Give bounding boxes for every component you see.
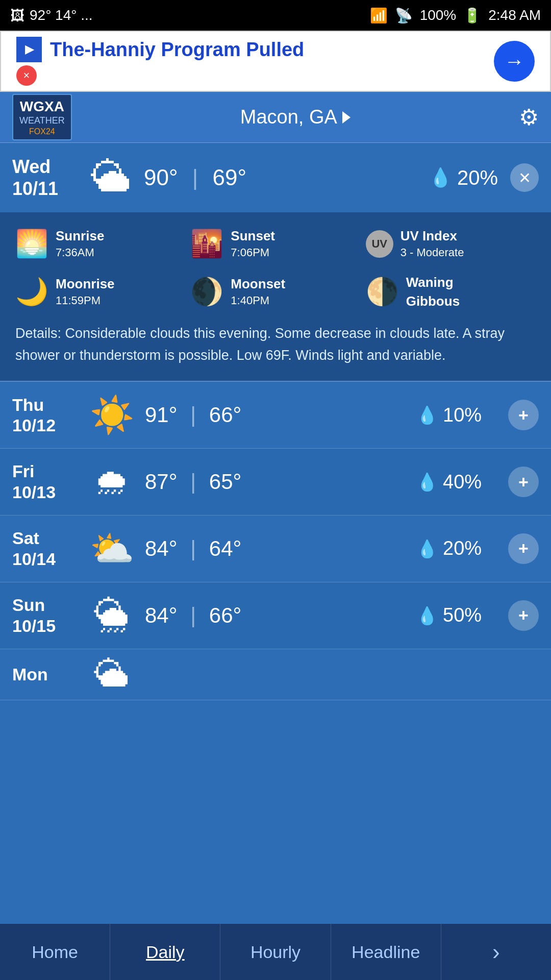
forecast-high: 84° [145,603,178,627]
nav-item-hourly[interactable]: Hourly [220,924,331,980]
sun-moon-grid: 🌅 Sunrise 7:36AM 🌇 Sunset 7:06PM UV UV I… [15,227,536,310]
uv-icon: UV [366,230,393,258]
forecast-precip-percent: 40% [443,471,482,493]
forecast-low: 64° [209,536,242,560]
moon-phase-cell: 🌗 WaningGibbous [366,273,536,310]
sunset-label: Sunset [231,227,275,245]
time-label: 2:48 AM [488,7,541,23]
moonset-info: Moonset 1:40PM [231,275,285,309]
forecast-list: Thu 10/12 ☀️ 91° | 66° 💧 10% + Fri 10/13… [0,382,551,700]
nav-item-daily[interactable]: Daily [110,924,220,980]
current-day-temps: 90° | 69° [144,165,417,190]
forecast-low: 66° [209,603,242,627]
logo-wgxa-text: WGXA [19,98,65,115]
current-low-temp: 69° [212,165,246,190]
forecast-temps: 84° | 64° [145,536,406,561]
moon-phase-label: WaningGibbous [406,273,460,310]
weather-description: Details: Considerable clouds this evenin… [15,323,536,366]
battery-icon: 🔋 [463,7,481,24]
sunrise-label: Sunrise [56,227,104,245]
current-high-temp: 90° [144,165,178,190]
forecast-weather-icon: ☀️ [89,394,135,436]
ad-arrow-button[interactable]: → [494,41,535,82]
forecast-row-partial: Mon 🌥 [0,649,551,700]
forecast-row: Thu 10/12 ☀️ 91° | 66° 💧 10% + [0,382,551,449]
forecast-expand-button[interactable]: + [508,600,539,631]
forecast-row: Sat 10/14 ⛅ 84° | 64° 💧 20% + [0,516,551,582]
forecast-date: Fri 10/13 [12,461,79,503]
bottom-nav: HomeDailyHourlyHeadline› [0,924,551,980]
sunset-cell: 🌇 Sunset 7:06PM [190,227,360,261]
forecast-date: Mon [12,664,79,685]
forecast-high: 87° [145,470,178,494]
ad-logo-icon: ▶ [16,37,42,62]
moonset-value: 1:40PM [231,293,285,309]
nav-more-button[interactable]: › [441,924,551,980]
detail-panel: 🌅 Sunrise 7:36AM 🌇 Sunset 7:06PM UV UV I… [0,212,551,381]
moon-phase-info: WaningGibbous [406,273,460,310]
forecast-high: 84° [145,536,178,560]
forecast-weather-icon: 🌧 [89,461,135,502]
current-day-close-button[interactable]: ✕ [510,163,539,192]
current-precip-percent: 20% [457,166,498,189]
current-day-precip: 💧 20% [429,166,498,189]
status-temp: 92° 14° ... [30,7,93,23]
forecast-precip: 💧 10% [416,404,498,426]
app-header: WGXA WEATHER FOX24 Macon, GA ⚙ [0,92,551,143]
sunrise-cell: 🌅 Sunrise 7:36AM [15,227,185,261]
logo-fox-text: FOX24 [19,127,65,136]
current-day-icon: 🌥 [91,154,132,201]
precip-drop-icon: 💧 [416,605,438,626]
precip-drop-icon: 💧 [416,538,438,559]
temp-separator: | [192,165,198,190]
forecast-precip: 💧 40% [416,471,498,493]
current-day-date: Wed 10/11 [12,156,79,200]
nav-item-headline[interactable]: Headline [331,924,441,980]
nav-item-home[interactable]: Home [0,924,110,980]
wifi-icon: 📶 [370,7,388,24]
forecast-weather-icon: 🌦 [89,595,135,636]
status-image-icon: 🖼 [10,7,24,24]
uv-info: UV Index 3 - Moderate [400,227,464,261]
uv-label: UV Index [400,227,464,245]
forecast-precip: 💧 20% [416,537,498,559]
forecast-expand-button[interactable]: + [508,533,539,564]
moonset-icon: 🌒 [190,276,223,307]
sunset-value: 7:06PM [231,245,275,261]
location-selector[interactable]: Macon, GA [240,106,350,128]
forecast-low: 65° [209,470,242,494]
ad-close-button[interactable]: × [16,65,37,86]
settings-button[interactable]: ⚙ [519,104,539,130]
status-right: 📶 📡 100% 🔋 2:48 AM [370,7,541,24]
sunrise-value: 7:36AM [56,245,104,261]
sunset-info: Sunset 7:06PM [231,227,275,261]
ad-banner: ▶ The-Hanniy Program Pulled × → [0,31,551,92]
forecast-icon: 🌥 [89,654,135,695]
forecast-precip-percent: 10% [443,404,482,426]
precip-drop-icon: 💧 [416,472,438,492]
uv-value: 3 - Moderate [400,245,464,261]
current-day-panel: Wed 10/11 🌥 90° | 69° 💧 20% ✕ 🌅 Sunrise … [0,143,551,382]
forecast-expand-button[interactable]: + [508,467,539,497]
sunset-icon: 🌇 [190,228,223,259]
forecast-expand-button[interactable]: + [508,400,539,430]
forecast-date: Sat 10/14 [12,528,79,570]
location-dropdown-icon [342,111,350,124]
forecast-precip-percent: 50% [443,604,482,626]
moonrise-cell: 🌙 Moonrise 11:59PM [15,273,185,310]
moonrise-label: Moonrise [56,275,115,293]
app-logo: WGXA WEATHER FOX24 [12,94,72,140]
status-bar: 🖼 92° 14° ... 📶 📡 100% 🔋 2:48 AM [0,0,551,31]
forecast-date: Sun 10/15 [12,595,79,636]
signal-icon: 📡 [395,7,413,24]
ad-left-section: ▶ The-Hanniy Program Pulled × [16,37,304,86]
ad-title[interactable]: The-Hanniy Program Pulled [50,39,304,61]
forecast-temps: 84° | 66° [145,603,406,628]
precip-drop-icon: 💧 [416,405,438,425]
current-day-header: Wed 10/11 🌥 90° | 69° 💧 20% ✕ [0,143,551,212]
forecast-precip: 💧 50% [416,604,498,626]
moonrise-icon: 🌙 [15,276,48,307]
ad-top-row: ▶ The-Hanniy Program Pulled [16,37,304,62]
forecast-temps: 87° | 65° [145,470,406,494]
moonrise-value: 11:59PM [56,293,115,309]
